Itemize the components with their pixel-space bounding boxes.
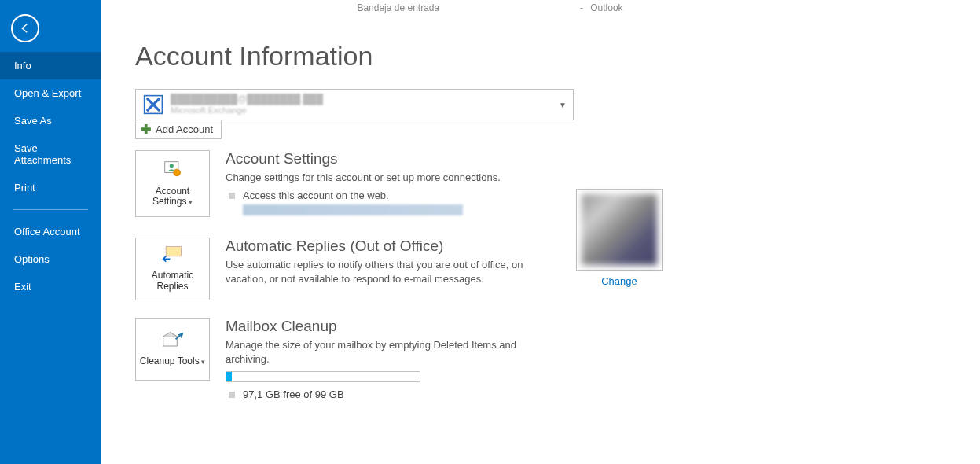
nav-info[interactable]: Info: [0, 52, 101, 79]
account-photo: [576, 189, 663, 271]
web-access-text: Access this account on the web.: [243, 190, 389, 201]
nav-options[interactable]: Options: [0, 245, 101, 273]
account-settings-button[interactable]: Account Settings: [135, 150, 210, 217]
add-account-label: Add Account: [156, 123, 213, 135]
web-access-link[interactable]: [243, 204, 463, 215]
back-arrow-icon: [18, 21, 32, 35]
account-type: Microsoft Exchange: [171, 105, 559, 115]
automatic-replies-button[interactable]: Automatic Replies: [135, 238, 210, 300]
person-gear-icon: [162, 160, 184, 183]
storage-progress: [226, 371, 420, 382]
nav-save-as[interactable]: Save As: [0, 107, 101, 134]
account-settings-label: Account Settings: [139, 186, 206, 207]
cleanup-heading: Mailbox Cleanup: [226, 318, 945, 335]
cleanup-icon: [162, 332, 184, 353]
svg-point-3: [173, 169, 180, 176]
back-button[interactable]: [11, 14, 39, 42]
exchange-icon: [142, 94, 164, 116]
nav-print[interactable]: Print: [0, 174, 101, 201]
nav-office-account[interactable]: Office Account: [0, 218, 101, 245]
change-photo-link[interactable]: Change: [601, 275, 637, 287]
automatic-replies-label: Automatic Replies: [139, 271, 206, 291]
storage-text: 97,1 GB free of 99 GB: [243, 389, 344, 400]
backstage-sidebar: Info Open & Export Save As Save Attachme…: [0, 0, 101, 464]
cleanup-desc: Manage the size of your mailbox by empty…: [226, 338, 556, 366]
storage-progress-fill: [226, 372, 232, 381]
add-account-button[interactable]: ✚ Add Account: [135, 120, 222, 139]
nav-separator: [13, 209, 88, 210]
cleanup-tools-button[interactable]: Cleanup Tools: [135, 318, 210, 381]
nav-exit[interactable]: Exit: [0, 273, 101, 300]
svg-rect-4: [166, 247, 181, 256]
svg-point-2: [169, 164, 173, 168]
auto-replies-desc: Use automatic replies to notify others t…: [226, 258, 556, 286]
nav-save-attachments[interactable]: Save Attachments: [0, 134, 101, 174]
cleanup-tools-label: Cleanup Tools: [140, 356, 205, 366]
bullet-icon: [229, 392, 235, 398]
account-settings-desc: Change settings for this account or set …: [226, 171, 556, 185]
auto-reply-icon: [162, 246, 184, 267]
photo-image: [582, 194, 657, 265]
page-title: Account Information: [135, 41, 945, 72]
plus-icon: ✚: [141, 122, 151, 137]
svg-rect-5: [163, 337, 177, 346]
bullet-icon: [229, 193, 235, 199]
nav-open-export[interactable]: Open & Export: [0, 79, 101, 107]
account-email: ██████████@████████.███: [171, 94, 559, 105]
account-selector[interactable]: ██████████@████████.███ Microsoft Exchan…: [135, 89, 574, 120]
account-settings-heading: Account Settings: [226, 150, 945, 168]
main-content: Account Information ██████████@████████.…: [101, 0, 980, 464]
chevron-down-icon: ▼: [559, 101, 567, 109]
